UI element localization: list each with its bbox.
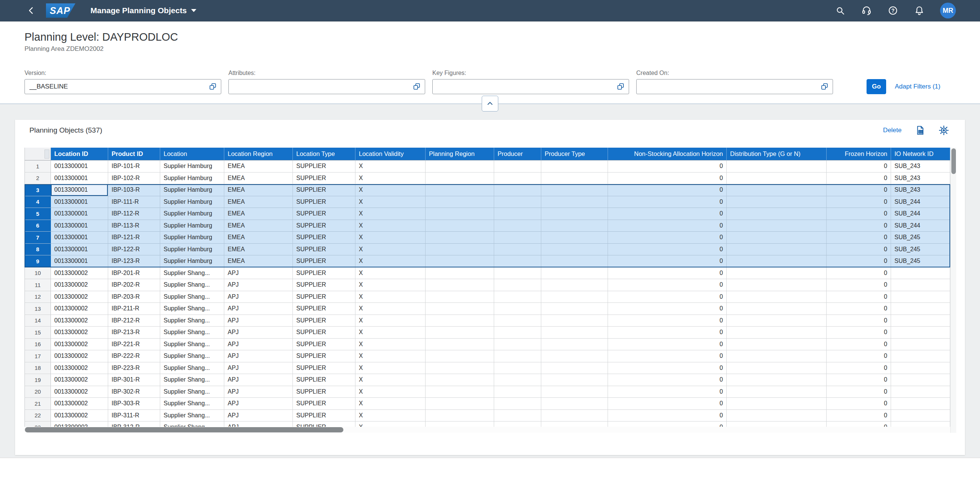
table-cell[interactable] bbox=[891, 291, 950, 303]
column-header-producer[interactable]: Producer bbox=[494, 148, 541, 160]
table-cell[interactable] bbox=[426, 315, 494, 327]
table-cell[interactable]: Supplier Shang... bbox=[160, 374, 224, 386]
table-cell[interactable] bbox=[494, 398, 541, 410]
created-on-input[interactable] bbox=[636, 79, 833, 94]
table-cell[interactable] bbox=[494, 173, 541, 184]
table-cell[interactable]: X bbox=[355, 244, 426, 256]
table-cell[interactable]: EMEA bbox=[224, 184, 293, 196]
table-row[interactable]: 30013300001IBP-103-RSupplier HamburgEMEA… bbox=[24, 184, 950, 196]
go-button[interactable]: Go bbox=[867, 79, 886, 94]
table-cell[interactable]: 0 bbox=[608, 386, 727, 398]
table-cell[interactable]: X bbox=[355, 398, 426, 410]
table-cell[interactable] bbox=[426, 279, 494, 291]
column-header-location-region[interactable]: Location Region bbox=[224, 148, 293, 160]
table-cell[interactable]: 0013300002 bbox=[51, 267, 108, 279]
table-cell[interactable]: SUPPLIER bbox=[293, 196, 355, 208]
table-cell[interactable]: IBP-112-R bbox=[108, 208, 160, 220]
table-cell[interactable]: IBP-121-R bbox=[108, 232, 160, 244]
search-icon[interactable] bbox=[835, 5, 846, 16]
table-cell[interactable] bbox=[891, 327, 950, 338]
delete-button[interactable]: Delete bbox=[883, 127, 902, 134]
row-number-cell[interactable]: 18 bbox=[24, 362, 51, 375]
value-help-icon[interactable] bbox=[208, 82, 218, 92]
table-cell[interactable]: IBP-212-R bbox=[108, 315, 160, 327]
table-cell[interactable]: X bbox=[355, 256, 426, 267]
row-number-cell[interactable]: 1 bbox=[24, 160, 51, 173]
table-cell[interactable]: 0 bbox=[827, 256, 891, 267]
table-cell[interactable]: 0 bbox=[827, 232, 891, 244]
table-cell[interactable] bbox=[494, 267, 541, 279]
table-cell[interactable]: IBP-311-R bbox=[108, 410, 160, 422]
row-number-cell[interactable]: 21 bbox=[24, 398, 51, 410]
table-cell[interactable]: SUB_244 bbox=[891, 208, 950, 220]
table-cell[interactable] bbox=[494, 386, 541, 398]
table-cell[interactable]: Supplier Hamburg bbox=[160, 256, 224, 267]
row-number-cell[interactable]: 9 bbox=[24, 256, 51, 267]
table-cell[interactable]: 0 bbox=[608, 173, 727, 184]
value-help-icon[interactable] bbox=[616, 82, 626, 92]
table-cell[interactable]: Supplier Shang... bbox=[160, 398, 224, 410]
table-cell[interactable]: SUPPLIER bbox=[293, 232, 355, 244]
table-cell[interactable]: IBP-211-R bbox=[108, 303, 160, 315]
table-cell[interactable]: 0 bbox=[608, 362, 727, 375]
table-row[interactable]: 60013300001IBP-113-RSupplier HamburgEMEA… bbox=[24, 220, 950, 232]
table-cell[interactable] bbox=[494, 184, 541, 196]
table-cell[interactable]: SUPPLIER bbox=[293, 291, 355, 303]
row-number-cell[interactable]: 3 bbox=[24, 184, 51, 196]
table-cell[interactable]: 0 bbox=[827, 279, 891, 291]
column-header-planning-region[interactable]: Planning Region bbox=[426, 148, 494, 160]
table-cell[interactable] bbox=[727, 267, 827, 279]
table-row[interactable]: 130013300002IBP-211-RSupplier Shang...AP… bbox=[24, 303, 950, 315]
table-cell[interactable]: SUB_243 bbox=[891, 173, 950, 184]
table-cell[interactable]: 0 bbox=[608, 232, 727, 244]
table-cell[interactable]: 0013300002 bbox=[51, 291, 108, 303]
table-cell[interactable]: 0 bbox=[608, 220, 727, 232]
app-title-menu[interactable]: Manage Planning Objects bbox=[91, 6, 196, 15]
table-cell[interactable]: IBP-202-R bbox=[108, 279, 160, 291]
table-cell[interactable]: 0013300001 bbox=[51, 232, 108, 244]
table-cell[interactable] bbox=[426, 374, 494, 386]
table-cell[interactable] bbox=[891, 386, 950, 398]
table-cell[interactable]: 0013300001 bbox=[51, 160, 108, 173]
table-cell[interactable]: APJ bbox=[224, 374, 293, 386]
table-cell[interactable] bbox=[727, 374, 827, 386]
table-cell[interactable] bbox=[727, 350, 827, 362]
table-cell[interactable]: X bbox=[355, 184, 426, 196]
table-cell[interactable]: SUPPLIER bbox=[293, 220, 355, 232]
row-number-cell[interactable]: 11 bbox=[24, 279, 51, 291]
table-cell[interactable]: X bbox=[355, 386, 426, 398]
sap-logo[interactable]: SAP bbox=[46, 3, 75, 18]
table-cell[interactable] bbox=[494, 350, 541, 362]
collapse-header-button[interactable] bbox=[482, 96, 498, 111]
table-cell[interactable]: Supplier Shang... bbox=[160, 327, 224, 338]
row-number-cell[interactable]: 20 bbox=[24, 386, 51, 398]
table-cell[interactable]: APJ bbox=[224, 267, 293, 279]
table-cell[interactable]: IBP-123-R bbox=[108, 256, 160, 267]
table-cell[interactable] bbox=[727, 232, 827, 244]
user-avatar[interactable]: MR bbox=[940, 3, 956, 19]
table-cell[interactable]: EMEA bbox=[224, 256, 293, 267]
column-header-distribution-type-g-or-n-[interactable]: Distribution Type (G or N) bbox=[727, 148, 827, 160]
table-cell[interactable]: SUPPLIER bbox=[293, 315, 355, 327]
column-header-location-validity[interactable]: Location Validity bbox=[355, 148, 426, 160]
table-cell[interactable] bbox=[541, 291, 608, 303]
table-cell[interactable] bbox=[727, 291, 827, 303]
table-cell[interactable]: EMEA bbox=[224, 220, 293, 232]
row-number-cell[interactable]: 19 bbox=[24, 374, 51, 386]
table-cell[interactable]: SUPPLIER bbox=[293, 184, 355, 196]
table-cell[interactable] bbox=[494, 410, 541, 422]
table-cell[interactable]: 0 bbox=[827, 184, 891, 196]
row-number-cell[interactable]: 22 bbox=[24, 410, 51, 422]
table-cell[interactable]: SUPPLIER bbox=[293, 303, 355, 315]
table-cell[interactable]: 0 bbox=[827, 173, 891, 184]
table-cell[interactable]: APJ bbox=[224, 410, 293, 422]
table-row[interactable]: 190013300002IBP-301-RSupplier Shang...AP… bbox=[24, 374, 950, 386]
table-cell[interactable] bbox=[891, 303, 950, 315]
table-cell[interactable] bbox=[541, 232, 608, 244]
table-cell[interactable] bbox=[727, 196, 827, 208]
table-cell[interactable]: IBP-201-R bbox=[108, 267, 160, 279]
table-cell[interactable] bbox=[426, 410, 494, 422]
table-cell[interactable]: 0 bbox=[827, 350, 891, 362]
table-cell[interactable]: X bbox=[355, 220, 426, 232]
table-cell[interactable]: Supplier Hamburg bbox=[160, 244, 224, 256]
